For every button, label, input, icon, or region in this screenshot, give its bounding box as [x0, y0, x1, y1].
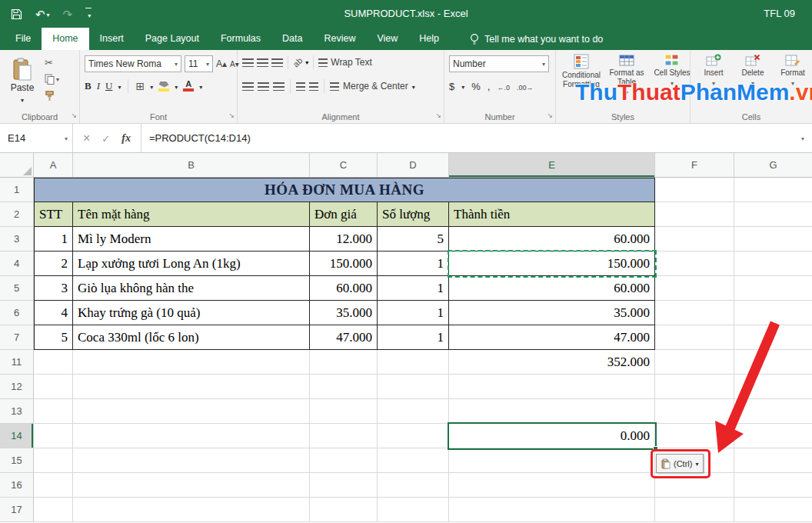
number-format-combo[interactable]: Number [449, 55, 549, 72]
decrease-indent-button[interactable] [296, 82, 305, 91]
cell[interactable]: 2 [34, 252, 73, 276]
cell[interactable]: 60.000 [310, 276, 378, 301]
align-left-button[interactable] [242, 82, 254, 91]
empty-cells[interactable] [655, 252, 812, 276]
fill-color-button[interactable] [158, 82, 169, 92]
cancel-icon[interactable] [83, 132, 90, 145]
cell[interactable]: Lạp xưởng tươi Long An (1kg) [73, 252, 310, 276]
align-middle-button[interactable] [257, 58, 268, 67]
bold-button[interactable]: B [85, 80, 92, 92]
col-header-c[interactable]: C [310, 153, 378, 178]
row-header[interactable]: 1 [0, 178, 34, 202]
tab-file[interactable]: File [5, 28, 42, 50]
cell[interactable]: 5 [34, 325, 73, 350]
enter-icon[interactable] [102, 132, 110, 145]
tab-review[interactable]: Review [313, 28, 366, 50]
align-right-button[interactable] [273, 82, 285, 91]
cell-grand-total[interactable]: 352.000 [449, 350, 654, 374]
col-header-a[interactable]: A [34, 153, 73, 178]
col-header-g[interactable]: G [734, 153, 812, 178]
cell-name-header[interactable]: Tên mặt hàng [73, 202, 310, 227]
cell[interactable]: 1 [378, 325, 449, 350]
cell[interactable]: 1 [378, 252, 449, 276]
tab-insert[interactable]: Insert [89, 28, 135, 50]
row-header[interactable]: 16 [0, 473, 34, 498]
cell[interactable]: 35.000 [449, 301, 655, 325]
borders-button[interactable] [135, 80, 145, 92]
dialog-launcher-icon[interactable] [547, 107, 553, 121]
row-header-14-selected[interactable]: 14 [0, 424, 34, 448]
select-all-corner[interactable] [0, 153, 34, 178]
cell[interactable]: Coca 330ml (lốc 6 lon) [73, 325, 310, 350]
align-bottom-button[interactable] [271, 58, 283, 67]
tab-formulas[interactable]: Formulas [210, 28, 271, 50]
dialog-launcher-icon[interactable] [71, 107, 77, 121]
account-name[interactable]: TFL 09 [764, 0, 795, 28]
row-header[interactable]: 11 [0, 350, 34, 375]
cell-copied-source[interactable]: 150.000 [449, 252, 655, 276]
cell[interactable]: 12.000 [310, 227, 378, 252]
align-top-button[interactable] [242, 58, 254, 67]
tab-help[interactable]: Help [408, 28, 450, 50]
cell[interactable]: Mì ly Modern [73, 227, 310, 252]
insert-function-button[interactable]: fx [121, 132, 131, 145]
cell[interactable]: 5 [378, 227, 449, 252]
row-header[interactable]: 5 [0, 276, 34, 301]
empty-cells[interactable] [655, 276, 812, 301]
formula-input[interactable]: =PRODUCT(C14:D14) [141, 124, 801, 152]
row-header[interactable]: 13 [0, 399, 34, 424]
cut-button[interactable] [45, 56, 59, 68]
cell[interactable]: 47.000 [310, 325, 378, 350]
row-header[interactable]: 2 [0, 202, 34, 227]
row-header[interactable]: 6 [0, 301, 34, 325]
decrease-decimal-button[interactable] [517, 81, 534, 92]
col-header-f[interactable]: F [655, 153, 734, 178]
underline-button[interactable]: U [105, 80, 112, 92]
cell-stt-header[interactable]: STT [34, 202, 73, 227]
cell[interactable]: 35.000 [310, 301, 378, 325]
row-header[interactable]: 4 [0, 252, 34, 276]
percent-button[interactable]: % [471, 81, 481, 92]
comma-button[interactable]: , [488, 81, 491, 92]
row-header[interactable]: 15 [0, 448, 34, 473]
row-header[interactable]: 7 [0, 325, 34, 350]
cell[interactable]: 1 [378, 276, 449, 301]
orientation-button[interactable] [291, 55, 304, 68]
tell-me-box[interactable]: Tell me what you want to do [470, 28, 603, 50]
cell[interactable]: Khay trứng gà (10 quả) [73, 301, 310, 325]
format-painter-button[interactable] [45, 90, 59, 102]
formula-bar-expand-button[interactable] [801, 124, 812, 152]
col-header-d[interactable]: D [378, 153, 449, 178]
cell[interactable]: 60.000 [449, 276, 655, 301]
paste-button[interactable]: Paste [5, 54, 40, 109]
col-header-b[interactable]: B [73, 153, 310, 178]
font-size-combo[interactable]: 11 [185, 55, 213, 72]
font-color-button[interactable]: A [183, 81, 194, 92]
col-header-e-selected[interactable]: E [449, 153, 655, 178]
align-center-button[interactable] [258, 82, 269, 91]
cell[interactable]: 47.000 [449, 325, 655, 350]
tab-page-layout[interactable]: Page Layout [135, 28, 210, 50]
paste-options-button[interactable]: (Ctrl) [656, 454, 704, 473]
italic-button[interactable]: I [97, 80, 100, 92]
wrap-text-button[interactable]: Wrap Text [331, 57, 372, 68]
empty-cells[interactable] [655, 325, 812, 350]
dialog-launcher-icon[interactable] [228, 107, 235, 121]
cell[interactable]: Giò lụa không hàn the [73, 276, 310, 301]
empty-cells[interactable] [655, 202, 812, 227]
row-header[interactable]: 12 [0, 375, 34, 399]
cell[interactable]: 4 [34, 301, 73, 325]
cell-price-header[interactable]: Đơn giá [310, 202, 378, 227]
increase-decimal-button[interactable] [497, 81, 510, 92]
increase-indent-button[interactable] [309, 82, 318, 91]
cell-total-header[interactable]: Thành tiền [449, 202, 655, 227]
row-header[interactable]: 3 [0, 227, 34, 252]
copy-button[interactable] [45, 73, 59, 85]
cell[interactable]: 150.000 [310, 252, 378, 276]
increase-font-button[interactable] [216, 58, 227, 69]
cell[interactable]: 3 [34, 276, 73, 301]
cell-qty-header[interactable]: Số lượng [378, 202, 449, 227]
name-box[interactable]: E14 [0, 124, 73, 152]
tab-home[interactable]: Home [42, 28, 88, 50]
currency-button[interactable]: $ [449, 81, 454, 92]
